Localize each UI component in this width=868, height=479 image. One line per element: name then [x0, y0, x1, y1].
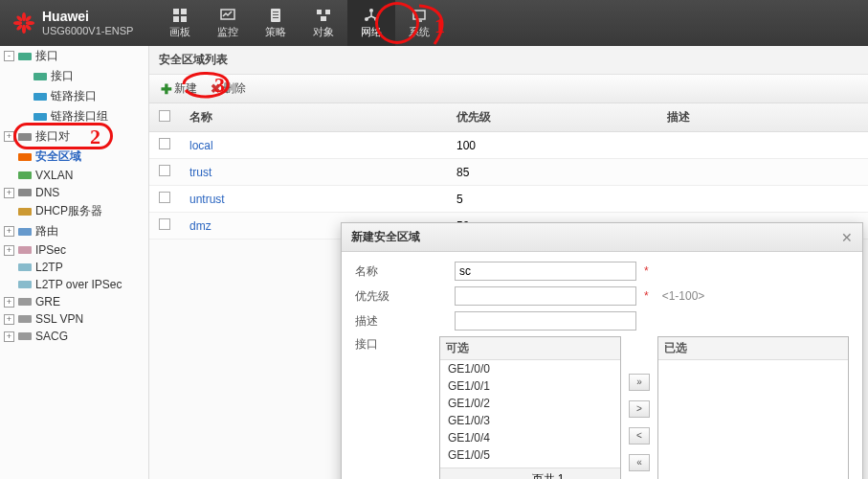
- sidebar-item-nic[interactable]: 接口: [0, 66, 148, 86]
- expand-icon[interactable]: +: [4, 245, 14, 256]
- collapse-icon[interactable]: -: [4, 51, 14, 61]
- expand-icon[interactable]: +: [4, 314, 14, 325]
- svg-rect-8: [173, 9, 179, 14]
- row-checkbox[interactable]: [159, 138, 170, 149]
- list-item[interactable]: GE1/0/1: [440, 377, 620, 395]
- move-add-button[interactable]: >: [629, 400, 650, 418]
- svg-rect-33: [18, 228, 32, 236]
- sidebar-item-sacg[interactable]: +SACG: [0, 328, 148, 345]
- sidebar-item-dhcp[interactable]: DHCP服务器: [0, 201, 148, 221]
- nav-tree: -接口接口链路接口链路接口组+接口对安全区域VXLAN+DNSDHCP服务器+路…: [0, 46, 148, 345]
- topnav-monitor[interactable]: 监控: [204, 0, 252, 46]
- topnav-dashboard[interactable]: 画板: [156, 0, 204, 46]
- svg-rect-28: [18, 133, 32, 141]
- topnav-policy[interactable]: 策略: [252, 0, 300, 46]
- topnav-object[interactable]: 对象: [300, 0, 347, 46]
- topnav-network[interactable]: 网络: [347, 0, 395, 46]
- priority-label: 优先级: [355, 288, 447, 305]
- zone-name-cell[interactable]: trust: [180, 159, 447, 186]
- svg-rect-24: [18, 53, 32, 60]
- new-button-label: 新建: [174, 80, 197, 97]
- zone-name-cell[interactable]: untrust: [180, 186, 447, 213]
- plus-icon: ✚: [161, 81, 172, 97]
- list-item[interactable]: GE1/0/0: [440, 360, 620, 377]
- sidebar-item-pair[interactable]: +接口对: [0, 126, 148, 147]
- sidebar-item-label: DHCP服务器: [35, 203, 102, 219]
- sidebar-item-vxlan[interactable]: VXLAN: [0, 167, 148, 184]
- available-header: 可选: [440, 337, 620, 360]
- sidebar-item-link[interactable]: 链路接口: [0, 86, 148, 106]
- interface-picker: 可选 GE1/0/0GE1/0/1GE1/0/2GE1/0/3GE1/0/4GE…: [439, 336, 849, 479]
- table-row[interactable]: untrust5: [149, 186, 868, 213]
- sidebar-item-label: 链路接口组: [51, 108, 108, 125]
- priority-hint: <1-100>: [662, 289, 705, 303]
- expand-icon[interactable]: +: [4, 226, 14, 237]
- sidebar-item-zone[interactable]: 安全区域: [0, 147, 148, 167]
- move-remove-button[interactable]: <: [629, 427, 650, 445]
- sidebar-item-ipsec[interactable]: +IPSec: [0, 241, 148, 259]
- expand-icon[interactable]: +: [4, 331, 14, 342]
- delete-button-label: 删除: [223, 80, 246, 97]
- list-item[interactable]: GE1/0/2: [440, 395, 620, 412]
- svg-rect-38: [18, 315, 32, 323]
- expand-icon[interactable]: +: [4, 131, 14, 142]
- svg-rect-17: [317, 10, 322, 14]
- available-listbox: 可选 GE1/0/0GE1/0/1GE1/0/2GE1/0/3GE1/0/4GE…: [439, 336, 621, 479]
- table-row[interactable]: local100: [149, 132, 868, 159]
- zone-name-cell[interactable]: local: [180, 132, 447, 159]
- svg-rect-29: [18, 153, 32, 161]
- priority-input[interactable]: [455, 286, 636, 306]
- name-input[interactable]: [455, 262, 636, 281]
- dialog-close-button[interactable]: ✕: [841, 230, 853, 245]
- sidebar-item-dns[interactable]: +DNS: [0, 184, 148, 201]
- move-add-all-button[interactable]: »: [629, 374, 650, 391]
- sidebar-item-route[interactable]: +路由: [0, 221, 148, 241]
- zone-desc-cell: [657, 132, 868, 159]
- sidebar-item-label: SSL VPN: [35, 312, 83, 326]
- sidebar-item-l2tp[interactable]: L2TP: [0, 259, 148, 276]
- top-bar: Huawei USG6000V1-ENSP 画板监控策略对象网络系统: [0, 0, 868, 46]
- dialog-titlebar[interactable]: 新建安全区域 ✕: [342, 223, 862, 252]
- sidebar-item-label: GRE: [35, 295, 60, 308]
- expand-icon: [4, 206, 14, 217]
- sidebar-item-gre[interactable]: +GRE: [0, 293, 148, 310]
- move-buttons: » > < «: [629, 336, 650, 479]
- svg-rect-16: [273, 17, 278, 18]
- table-row[interactable]: trust85: [149, 159, 868, 186]
- svg-point-3: [26, 21, 34, 25]
- desc-input[interactable]: [455, 311, 636, 331]
- move-remove-all-button[interactable]: «: [629, 454, 650, 471]
- expand-icon[interactable]: +: [4, 297, 14, 308]
- svg-rect-39: [18, 332, 32, 340]
- panel-toolbar: ✚新建 ✖删除: [149, 75, 868, 103]
- sidebar-item-link[interactable]: 链路接口组: [0, 106, 148, 126]
- list-item[interactable]: GE1/0/3: [440, 412, 620, 429]
- row-checkbox[interactable]: [159, 218, 170, 230]
- expand-icon: [19, 91, 30, 102]
- topnav-label: 画板: [169, 25, 190, 39]
- svg-point-1: [22, 25, 26, 34]
- expand-icon[interactable]: +: [4, 188, 14, 198]
- new-button[interactable]: ✚新建: [157, 79, 201, 99]
- svg-rect-10: [173, 16, 179, 22]
- list-item[interactable]: GE1/0/4: [440, 429, 620, 446]
- list-item[interactable]: GE1/0/5: [440, 446, 620, 464]
- row-checkbox[interactable]: [159, 165, 170, 176]
- link-icon: [33, 111, 47, 123]
- row-checkbox[interactable]: [159, 192, 170, 203]
- available-items[interactable]: GE1/0/0GE1/0/1GE1/0/2GE1/0/3GE1/0/4GE1/0…: [440, 360, 620, 468]
- svg-rect-27: [33, 113, 47, 121]
- svg-rect-26: [33, 93, 47, 101]
- sacg-icon: [18, 331, 32, 342]
- topnav-system[interactable]: 系统: [395, 0, 443, 46]
- sidebar-item-sslvpn[interactable]: +SSL VPN: [0, 310, 148, 328]
- expand-icon: [4, 280, 14, 290]
- sidebar-item-nic[interactable]: -接口: [0, 46, 148, 66]
- sidebar-item-l2tpi[interactable]: L2TP over IPSec: [0, 276, 148, 293]
- route-icon: [18, 226, 32, 238]
- topnav-label: 策略: [265, 25, 286, 39]
- select-all-checkbox[interactable]: [159, 110, 170, 122]
- delete-button[interactable]: ✖删除: [207, 79, 250, 99]
- interface-label: 接口: [355, 336, 432, 353]
- required-asterisk: *: [644, 264, 649, 278]
